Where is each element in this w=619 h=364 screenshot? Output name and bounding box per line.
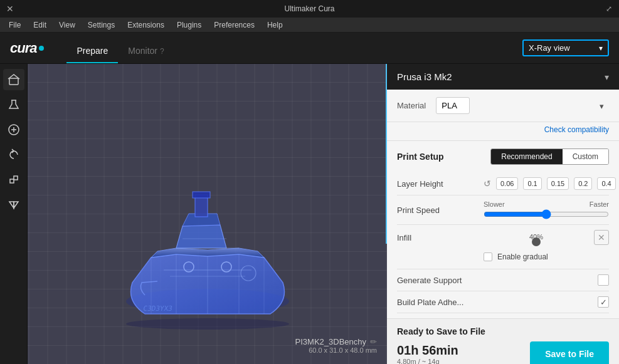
speed-slider-wrap: Slower Faster [484, 200, 609, 219]
maximize-button[interactable]: ⤢ [604, 4, 614, 14]
right-panel: Prusa i3 Mk2 ▾ Material PLAABSPETGTPU Ch… [387, 64, 619, 364]
svg-rect-6 [14, 176, 18, 180]
print-setup-title: Print Setup [397, 152, 444, 162]
viewport: C3D3YX3 PI3MK2_3DBenchy [28, 64, 387, 364]
printer-chevron-icon: ▾ [605, 72, 609, 82]
layer-height-row: Layer Height ↺ 0.060.10.150.20.40.6 [397, 172, 609, 195]
menu-item-settings[interactable]: Settings [83, 19, 120, 31]
menu-item-plugins[interactable]: Plugins [172, 19, 206, 31]
menu-item-edit[interactable]: Edit [28, 19, 51, 31]
gradual-checkbox[interactable] [484, 252, 492, 261]
print-setup: Print Setup Recommended Custom Layer Hei… [387, 141, 619, 318]
title-bar: ✕ Ultimaker Cura ⤢ [0, 0, 619, 18]
header: cura Prepare Monitor ? X-Ray viewSolid v… [0, 33, 619, 64]
build-plate-label: Build Plate Adhe... [397, 298, 593, 307]
layer-height-values: 0.060.10.150.20.40.6 [496, 177, 619, 190]
material-select-wrap: PLAABSPETGTPU [436, 97, 609, 114]
nav-tabs: Prepare Monitor ? [66, 33, 174, 63]
menu-bar: FileEditViewSettingsExtensionsPluginsPre… [0, 18, 619, 33]
support-checkbox[interactable] [598, 274, 609, 286]
compat-row: Check compatibility [387, 122, 619, 141]
build-plate-checkbox[interactable]: ✓ [598, 296, 609, 308]
print-time: 01h 56min [397, 343, 458, 358]
printer-header[interactable]: Prusa i3 Mk2 ▾ [387, 64, 619, 90]
ready-title: Ready to Save to File [397, 326, 609, 336]
material-select[interactable]: PLAABSPETGTPU [436, 97, 470, 114]
svg-text:C3D3YX3: C3D3YX3 [142, 304, 173, 313]
menu-item-help[interactable]: Help [262, 19, 288, 31]
print-speed-slider[interactable] [484, 209, 609, 219]
print-speed-row: Print Speed Slower Faster [397, 195, 609, 225]
menu-item-preferences[interactable]: Preferences [209, 19, 260, 31]
print-speed-label: Print Speed [397, 205, 479, 215]
tool-home[interactable] [3, 69, 24, 90]
svg-marker-8 [14, 202, 18, 208]
custom-btn[interactable]: Custom [563, 149, 608, 164]
layer-height-btn[interactable]: 0.2 [574, 177, 592, 190]
speed-faster-label: Faster [590, 200, 609, 208]
check-compat-link[interactable]: Check compatibility [544, 125, 609, 134]
build-plate-row: Build Plate Adhe... ✓ [397, 291, 609, 313]
infill-thumb[interactable] [532, 237, 541, 246]
close-button[interactable]: ✕ [5, 4, 15, 14]
print-setup-header: Print Setup Recommended Custom [397, 148, 609, 165]
bottom-row: 01h 56min 4.80m / ~ 14g Save to File [397, 341, 609, 364]
tab-prepare[interactable]: Prepare [66, 33, 118, 63]
layer-height-btn[interactable]: 0.1 [523, 177, 541, 190]
svg-rect-5 [10, 179, 14, 183]
infill-close-btn[interactable]: ✕ [594, 230, 609, 245]
edit-icon[interactable]: ✏ [370, 337, 377, 346]
svg-rect-0 [9, 78, 18, 85]
gradual-row: Enable gradual [484, 250, 548, 264]
view-dropdown[interactable]: X-Ray viewSolid viewWireframe viewLayer … [522, 39, 609, 56]
refresh-icon[interactable]: ↺ [484, 179, 491, 189]
bottom-bar: Ready to Save to File 01h 56min 4.80m / … [387, 318, 619, 364]
viewport-blue-line [386, 64, 387, 244]
menu-item-view[interactable]: View [54, 19, 80, 31]
infill-slider-row: 40% ✕ [484, 230, 609, 245]
layer-height-btn[interactable]: 0.15 [547, 177, 569, 190]
material-row: Material PLAABSPETGTPU [387, 90, 619, 122]
model-info: PI3MK2_3DBenchy ✏ 60.0 x 31.0 x 48.0 mm [295, 337, 377, 354]
view-select[interactable]: X-Ray viewSolid viewWireframe viewLayer … [524, 41, 599, 55]
svg-rect-11 [193, 192, 210, 198]
tool-mirror[interactable] [3, 194, 24, 216]
logo-dot [39, 46, 44, 51]
tool-add[interactable] [3, 119, 24, 140]
logo-text: cura [10, 40, 36, 56]
content: C3D3YX3 PI3MK2_3DBenchy [0, 64, 619, 364]
setup-toggle: Recommended Custom [490, 148, 609, 165]
tool-scale[interactable] [3, 169, 24, 190]
support-row: Generate Support [397, 269, 609, 291]
svg-marker-7 [9, 202, 14, 208]
tool-rotate[interactable] [3, 144, 24, 165]
dropdown-arrow-icon: ▾ [599, 41, 608, 55]
infill-row: Infill 40% ✕ [397, 225, 609, 269]
infill-control: 40% ✕ [484, 230, 609, 245]
tab-monitor[interactable]: Monitor ? [118, 33, 174, 63]
window-title: Ultimaker Cura [284, 4, 334, 13]
infill-label: Infill [397, 233, 479, 242]
speed-slower-label: Slower [484, 200, 505, 208]
recommended-btn[interactable]: Recommended [491, 149, 562, 164]
layer-height-label: Layer Height [397, 179, 479, 189]
speed-labels: Slower Faster [484, 200, 609, 208]
benchy-model[interactable]: C3D3YX3 [114, 157, 302, 326]
logo: cura [10, 40, 44, 56]
help-icon: ? [160, 47, 164, 56]
printer-name: Prusa i3 Mk2 [397, 71, 452, 82]
app: cura Prepare Monitor ? X-Ray viewSolid v… [0, 33, 619, 364]
menu-item-file[interactable]: File [4, 19, 26, 31]
tool-flask[interactable] [3, 94, 24, 115]
gradual-label: Enable gradual [497, 252, 548, 261]
material-label: Material [397, 101, 426, 110]
layer-height-btn[interactable]: 0.4 [597, 177, 615, 190]
print-stats: 4.80m / ~ 14g [397, 358, 458, 365]
save-to-file-btn[interactable]: Save to File [530, 341, 609, 364]
menu-item-extensions[interactable]: Extensions [122, 19, 169, 31]
support-label: Generate Support [397, 276, 593, 285]
layer-height-btn[interactable]: 0.06 [496, 177, 518, 190]
print-info: 01h 56min 4.80m / ~ 14g [397, 343, 458, 365]
model-name-text: PI3MK2_3DBenchy [295, 337, 366, 346]
toolbar [0, 64, 28, 364]
